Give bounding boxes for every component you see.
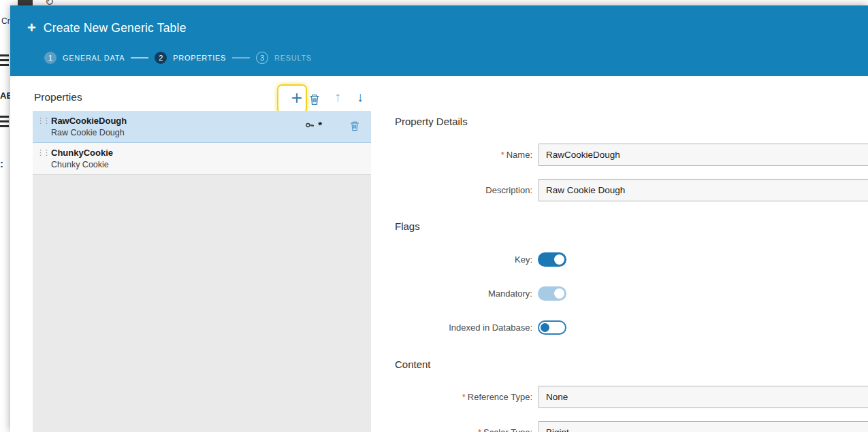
create-generic-table-dialog: + Create New Generic Table 1 GENERAL DAT… <box>10 5 868 432</box>
occluded-menu-icon <box>0 54 9 71</box>
properties-list: ⋮⋮ RawCookieDough Raw Cookie Dough * ⋮⋮ <box>33 111 371 432</box>
mandatory-indicator: * <box>318 120 322 130</box>
step-separator <box>232 57 250 59</box>
mandatory-toggle[interactable] <box>538 286 566 301</box>
screen: ↻ Cr AB : + Create New Generic Table 1 G… <box>0 0 868 432</box>
reference-type-field[interactable] <box>539 386 868 408</box>
reference-type-label: *Reference Type: <box>376 386 532 408</box>
section-content: Content <box>395 359 431 370</box>
wizard-stepper: 1 GENERAL DATA 2 PROPERTIES 3 RESULTS <box>44 52 312 64</box>
delete-item-icon[interactable] <box>349 120 360 131</box>
required-marker: * <box>501 150 504 160</box>
key-label: Key: <box>376 252 532 267</box>
required-marker: * <box>462 392 466 402</box>
step-separator <box>131 57 148 59</box>
step-label: PROPERTIES <box>173 54 226 62</box>
move-up-button[interactable]: ↑ <box>330 89 345 105</box>
drag-handle-icon[interactable]: ⋮⋮ <box>37 149 49 156</box>
refresh-icon: ↻ <box>45 0 54 5</box>
name-label: *Name: <box>376 144 532 166</box>
section-flags: Flags <box>395 220 420 232</box>
step-number-badge: 2 <box>155 52 167 64</box>
property-name: ChunkyCookie <box>51 147 364 159</box>
occluded-text-fragment: : <box>0 158 3 169</box>
move-down-button[interactable]: ↓ <box>353 89 368 105</box>
step-label: GENERAL DATA <box>63 54 125 62</box>
delete-property-button[interactable] <box>308 93 321 105</box>
dialog-header: + Create New Generic Table 1 GENERAL DAT… <box>10 5 868 76</box>
plus-icon: + <box>27 20 36 35</box>
property-list-item[interactable]: ⋮⋮ ChunkyCookie Chunky Cookie <box>33 143 371 175</box>
properties-pane-title: Properties <box>34 91 82 103</box>
name-field[interactable] <box>539 144 868 166</box>
indexed-label: Indexed in Database: <box>376 320 532 335</box>
dialog-title: Create New Generic Table <box>44 21 187 35</box>
step-label: RESULTS <box>274 54 312 62</box>
step-number-badge: 3 <box>256 52 268 64</box>
description-label: Description: <box>376 179 532 201</box>
property-list-item[interactable]: ⋮⋮ RawCookieDough Raw Cookie Dough * <box>33 111 371 143</box>
occluded-text-fragment: Cr <box>1 16 10 26</box>
description-field[interactable] <box>539 179 868 201</box>
dialog-body: Properties + ↑ ↓ ⋮⋮ RawCookieDough Raw C… <box>10 76 868 432</box>
indexed-toggle[interactable] <box>538 320 566 335</box>
step-general-data[interactable]: 1 GENERAL DATA <box>44 52 125 64</box>
mandatory-label: Mandatory: <box>376 286 532 301</box>
key-icon <box>305 120 315 130</box>
add-property-button[interactable]: + <box>285 86 308 110</box>
scalar-type-label: *Scalar Type: <box>376 421 532 432</box>
property-description: Chunky Cookie <box>51 159 364 171</box>
occluded-menu-icon <box>0 116 9 132</box>
section-property-details: Property Details <box>395 116 468 127</box>
required-marker: * <box>478 427 481 432</box>
step-number-badge: 1 <box>44 52 57 64</box>
key-toggle[interactable] <box>538 252 566 267</box>
drag-handle-icon[interactable]: ⋮⋮ <box>37 117 49 124</box>
step-results[interactable]: 3 RESULTS <box>256 52 312 64</box>
scalar-type-field[interactable] <box>539 421 868 432</box>
step-properties[interactable]: 2 PROPERTIES <box>155 52 226 64</box>
